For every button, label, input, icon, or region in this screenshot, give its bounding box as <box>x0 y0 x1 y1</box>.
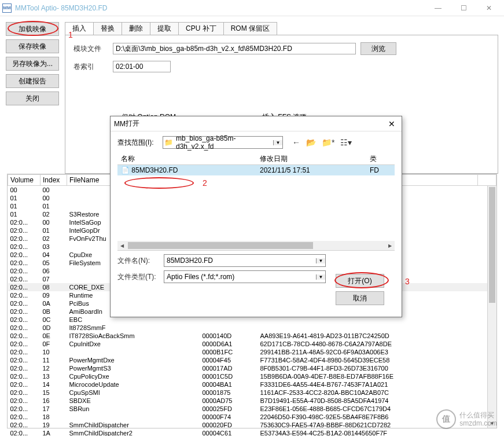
browse-button[interactable]: 浏览 <box>360 42 396 55</box>
minimize-button[interactable]: — <box>425 0 451 16</box>
tab-delete[interactable]: 删除 <box>122 22 150 35</box>
chevron-down-icon[interactable]: ▼ <box>316 258 325 263</box>
filename-value: 85MD3H20.FD <box>164 257 316 265</box>
table-header[interactable]: Volume <box>8 175 41 186</box>
titlebar: MM MMTool Aptio- 85MD3H20.FD — ☐ ✕ <box>0 0 504 16</box>
col-date[interactable]: 修改日期 <box>256 154 366 164</box>
table-row[interactable]: 02:0...14MicrocodeUpdate00004BA1F3331DE6… <box>8 380 496 389</box>
watermark-line2: smzdm.com <box>459 419 497 427</box>
lookin-label: 查找范围(I): <box>117 138 159 148</box>
file-row-selected[interactable]: 📄 85MD3H20.FD 2021/11/5 17:51 FD <box>117 165 395 175</box>
window-title: MMTool Aptio- 85MD3H20.FD <box>15 4 425 12</box>
table-row[interactable]: 02:0...19SmmChildDispatcher000020FD75363… <box>8 421 496 429</box>
tabs: 插入 替换 删除 提取 CPU 补丁 ROM 保留区 <box>65 22 498 35</box>
save-image-button[interactable]: 保存映像 <box>6 39 59 53</box>
dialog-close-button[interactable]: ✕ <box>385 119 398 129</box>
table-row[interactable]: 02:0...13CpuPolicyDxe00001C5D15B9B6DA-00… <box>8 372 496 380</box>
dialog-icon: MM <box>114 120 122 128</box>
col-name[interactable]: 名称 <box>117 154 256 164</box>
filename-label: 文件名(N): <box>117 256 159 266</box>
app-icon: MM <box>2 3 12 13</box>
watermark: 值 什么值得买 smzdm.com <box>436 409 497 429</box>
dialog-title: 打开 <box>126 119 385 129</box>
file-list-header: 名称 修改日期 类 <box>117 153 395 165</box>
table-row[interactable]: 02:0...1ASmmChildDispatcher200004C61E537… <box>8 429 496 436</box>
table-scrollbar[interactable]: ▲ ▼ <box>487 186 496 428</box>
table-row[interactable]: 02:0...0DIt8728SmmF <box>8 324 496 332</box>
lookin-combo[interactable]: 📁 mb_bios_ga-b85m-d3h_v2.x_fd ▼ <box>163 136 283 149</box>
chevron-down-icon[interactable]: ▼ <box>273 140 282 145</box>
module-file-label: 模块文件 <box>73 44 108 54</box>
filename-combo[interactable]: 85MD3H20.FD ▼ <box>164 254 326 267</box>
close-image-button[interactable]: 关闭 <box>6 91 59 105</box>
tab-cpu-patch[interactable]: CPU 补丁 <box>178 22 224 35</box>
hscroll-thumb[interactable] <box>128 242 313 249</box>
table-row[interactable]: 02:0...17SBRun000025FDE23F86E1-056E-4888… <box>8 405 496 413</box>
module-file-input[interactable] <box>113 43 356 54</box>
cancel-button[interactable]: 取消 <box>336 291 384 305</box>
open-button[interactable]: 打开(O) <box>336 274 384 288</box>
file-list[interactable]: 名称 修改日期 类 📄 85MD3H20.FD 2021/11/5 17:51 … <box>117 153 395 251</box>
folder-icon: 📁 <box>163 138 174 146</box>
watermark-line1: 什么值得买 <box>459 411 497 419</box>
scroll-right-icon[interactable]: ▶ <box>385 243 395 248</box>
table-row[interactable]: 02:0...15CpuSpSMI000018751161ACF-2533-4C… <box>8 389 496 397</box>
table-row[interactable]: 02:0...16SBDXE0000AD75B7D19491-E55A-470D… <box>8 397 496 405</box>
sidebar: 加载映像 保存映像 另存映像为... 创建报告 关闭 <box>6 22 59 174</box>
table-row[interactable]: 02:0...0EIT8728SioAcBackSmm0000140DAA893… <box>8 332 496 340</box>
chevron-down-icon[interactable]: ▼ <box>316 274 325 280</box>
scroll-left-icon[interactable]: ◀ <box>117 243 127 248</box>
create-report-button[interactable]: 创建报告 <box>6 74 59 88</box>
file-name-cell: 📄 85MD3H20.FD <box>117 166 256 174</box>
tab-replace[interactable]: 替换 <box>93 22 122 35</box>
tab-insert[interactable]: 插入 <box>65 22 94 35</box>
volume-index-label: 卷索引 <box>73 62 108 72</box>
dialog-nav-icons: ← 📂 📁* ☷▾ <box>292 138 352 147</box>
table-header[interactable] <box>478 175 496 186</box>
folder-up-icon[interactable]: 📂 <box>306 138 316 147</box>
file-list-hscroll[interactable]: ◀ ▶ <box>117 241 395 250</box>
filetype-value: Aptio Files (*.fd;*.rom) <box>164 273 316 281</box>
table-row[interactable]: 02:0...1800000F7422046D50-F390-498C-92E5… <box>8 413 496 421</box>
lookin-value: mb_bios_ga-b85m-d3h_v2.x_fd <box>174 134 273 151</box>
table-row[interactable]: 02:0...100000B1FC299141BB-211A-48A5-92C0… <box>8 348 496 356</box>
table-row[interactable]: 02:0...0FCpuInitDxe0000D6A162D171CB-78CD… <box>8 340 496 348</box>
dialog-titlebar: MM 打开 ✕ <box>111 116 402 131</box>
file-type-cell: FD <box>366 166 389 174</box>
back-icon[interactable]: ← <box>292 138 300 147</box>
close-button[interactable]: ✕ <box>476 0 502 16</box>
maximize-button[interactable]: ☐ <box>451 0 476 16</box>
tab-rom-reserve[interactable]: ROM 保留区 <box>223 22 277 35</box>
watermark-icon: 值 <box>436 409 456 429</box>
new-folder-icon[interactable]: 📁* <box>322 138 334 147</box>
volume-index-input[interactable] <box>113 61 171 72</box>
scroll-thumb[interactable] <box>489 187 495 303</box>
filetype-label: 文件类型(T): <box>117 272 159 282</box>
save-image-as-button[interactable]: 另存映像为... <box>6 57 59 71</box>
load-image-button[interactable]: 加载映像 <box>6 22 59 36</box>
col-type[interactable]: 类 <box>366 154 389 164</box>
filetype-combo[interactable]: Aptio Files (*.fd;*.rom) ▼ <box>164 270 326 283</box>
file-date-cell: 2021/11/5 17:51 <box>256 166 366 174</box>
table-row[interactable]: 02:0...11PowerMgmtDxe00004F45F7731B4C-58… <box>8 356 496 364</box>
table-row[interactable]: 02:0...12PowerMgmtS3000017AD8F0B5301-C79… <box>8 364 496 372</box>
tab-extract[interactable]: 提取 <box>150 22 179 35</box>
table-header[interactable]: Index <box>41 175 67 186</box>
view-menu-icon[interactable]: ☷▾ <box>340 138 352 147</box>
open-dialog: MM 打开 ✕ 查找范围(I): 📁 mb_bios_ga-b85m-d3h_v… <box>110 116 402 317</box>
